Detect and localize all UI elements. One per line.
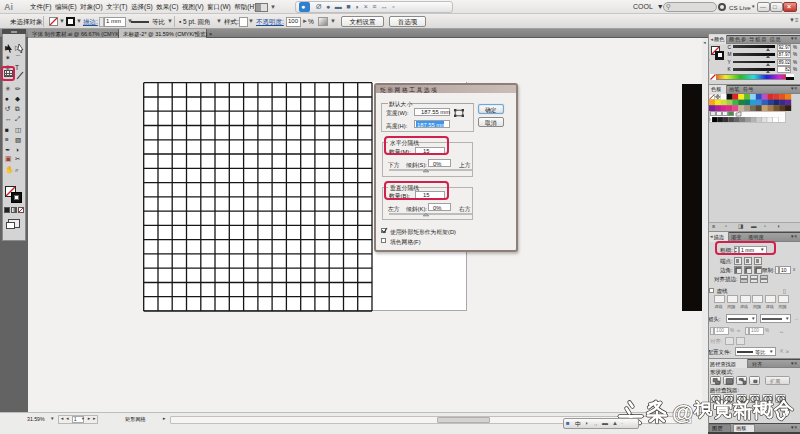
svg-text:@: @ (672, 400, 693, 425)
